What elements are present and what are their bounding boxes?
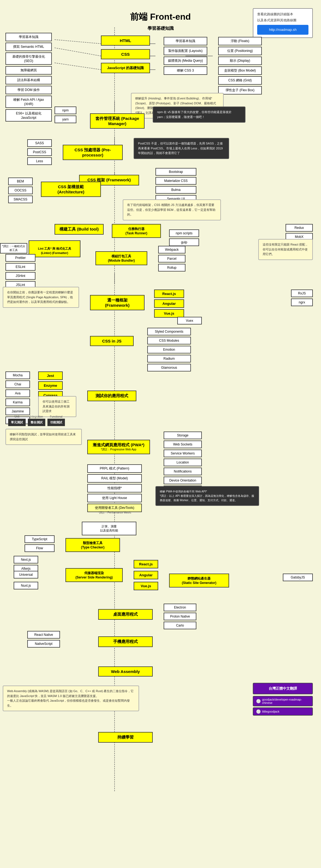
parcel-box: Parcel [158,255,185,262]
test-types-note: 瞭解不同類型的測試，並學習如何使用前述工具來撰寫這些測試 [5,429,82,445]
basic-item-0: 學習基本知識 [5,33,52,41]
electron-box: Electron [164,603,197,611]
basic-item-1: 撰寫 Semantic HTML [5,42,52,51]
test-note-text: 你可以使用這三個工具來滿足你的所有測試需求 [42,399,72,414]
pkg-manager-note: npm 在 v5 版後有了很大的改變，但有些功能還是落後於 yarn；沒那麼嚴重… [153,106,245,123]
pwa-label: 漸進式網頁應用程式 (PWA*) [92,442,145,448]
pkg-manager-box: 套件管理系統 (Package Manager) [90,113,145,129]
mobile-items-group: React Native NativeScript [27,631,60,648]
css-boxmodel-group: 浮動 (Floats) 位置 (Positioning) 顯示 (Display… [218,37,262,94]
translation-link-1[interactable]: ⚪ littlegoodjack [253,707,313,716]
wasm-box: Web Assembly [98,666,153,677]
typescript-box: TypeScript [25,535,55,543]
ava-box: Ava [5,390,30,397]
bundlers-group: Webpack Parcel Rollup [158,246,185,272]
location-box: Location [164,459,202,466]
glamorous-box: Glamorous [147,364,191,371]
storage-box: Storage [164,432,202,439]
vuejs-box: Vue.js [154,309,184,318]
css-frameworks-group: Bootstrap Materialize CSS Bulma Semantic… [155,168,197,203]
type-checker-label: 類型檢查工具 (Type Checker) [81,541,104,549]
basic-item-7: ES6+ 以及模組化 JavaScript [5,109,52,122]
emotion-box: Emotion [147,346,191,353]
basic-item-4: 語法和基本結構 [5,76,52,84]
ssr-box: 伺服器端渲染 (Server Side Rendering) [66,568,123,582]
redux-box: Redux [286,224,313,231]
keep-learning-box: 持續學習 [98,732,153,743]
state-note: 這些沒有限定只能跟 React 搭配，你可以在任何框架或應用程式中使用它們。 [258,239,313,260]
translation-link-text-1: littlegoodjack [262,710,280,713]
materialize-box: Materialize CSS [155,177,197,185]
css-flexbox: 彈性盒子 (Flex Box) [218,86,262,94]
github-icon-0: ⚪ [256,699,261,703]
css-display: 顯示 (Display) [218,57,262,65]
reactjs-box: React.js [154,289,184,298]
translation-label: 台灣正體中文翻譯 [253,683,313,694]
pwa-patterns-group: PRPL 模式 (Pattern) RAIL 模型 (Model) 性能指標* … [87,464,142,512]
eslint-box: ESLint [5,263,35,271]
test-tools-right-group: Jest Enzyme Cypress [38,371,63,400]
bulma-box: Bulma [155,186,197,194]
css-boxmodel: 盒狀模型 (Box Model) [218,66,262,75]
sass-box: SASS [27,139,52,147]
js-box: JavaScript 的基礎知識 [101,63,150,73]
less-box: Less [27,157,52,165]
react-native-box: React Native [27,631,60,639]
ssr-react-tools-group: Next.js Afterjs [14,556,38,572]
jest-box: Jest [38,371,63,380]
css-basics-group: 學習基本知識 製作版面配置 (Layouts) 媒體查詢 (Media Quer… [164,37,207,75]
css-arch-note: 有了現代前端框架，CSS 相關的 JS 方法越來越多，你其實不需要這些。但是，你… [123,199,221,220]
gulp-box: gulp [169,239,199,246]
state-note-text: 這些沒有限定只能跟 React 搭配，你可以在任何框架或應用程式中使用它們。 [263,242,309,257]
html-box: HTML [101,35,150,45]
svg-line-5 [55,48,101,56]
task-runners-group: npm scripts gulp [169,229,199,246]
functional-test-box: 功能測試 [47,419,65,426]
pkg-managers-group: npm yarn [55,106,76,123]
proton-native-box: Proton Native [164,613,197,620]
linter-note-label: *譯註：一種程式分析工具 [0,243,27,253]
prpl-box: PRPL 模式 (Pattern) [87,464,142,473]
vuex-box: Vuex [177,317,202,324]
carlo-box: Carlo [164,622,197,629]
web-sockets-box: Web Sockets [164,440,202,448]
karma-box: Karma [5,399,30,406]
roadmap-link[interactable]: http://roadmap.sh [257,25,309,34]
desktop-box: 桌面應用程式 [98,609,153,620]
pwa-api-note-text: 瞭解 PWA 中使用的各種不同 Web API* *譯註：以上 API 都需要去… [160,490,255,502]
calc-note-text: 計算、測量 以及提高性能 [84,524,134,533]
css-basic-0: 學習基本知識 [164,37,207,45]
mobile-box: 手機應用程式 [98,637,153,647]
linter-box: Lint 工具* 與 格式化工具 (Linter) (Formatter) [29,240,80,257]
bootstrap-box: Bootstrap [155,168,197,176]
basic-item-6: 瞭解 Fetch API / Ajax (XHR) [5,96,52,108]
test-types-note-text: 瞭解不同類型的測試，並學習如何使用前述工具來撰寫這些測試 [10,432,77,442]
css-in-js-items-group: Styled Components CSS Modules Emotion Ra… [147,328,191,371]
framework-box: 選一種框架 (Framework) [90,295,145,310]
wasm-note: Web Assembly (或稱為 WASM) 是從高階語言 (如 Go、C、C… [3,686,139,711]
device-orientation-box: Device Orientation [164,476,202,484]
github-icon-1: ⚪ [256,709,261,714]
page-wrapper: 查看此路線圖的詳細版本 以及各式資源和其他路線圖 http://roadmap.… [0,0,321,868]
rxjs-ngrx-group: RxJS ngrx [291,289,313,306]
type-checker-box: 類型檢查工具 (Type Checker) [66,538,120,552]
desktop-items-group: Electron Proton Native Carlo [164,603,197,629]
spa-note-text: 在你開始之前，你應該要有一定程度的瞭解什麼是單頁應用程式 (Single Pag… [7,290,75,305]
unit-label: Unit [14,415,20,418]
pwa-note-inline: *譯註：Progressive Web App [92,448,145,452]
pwa-box: 漸進式網頁應用程式 (PWA*) *譯註：Progressive Web App [87,440,150,454]
linter-note-text: *譯註：一種程式分析工具 [2,245,25,252]
rail-box: RAIL 模型 (Model) [87,474,142,483]
type-checkers-group: TypeScript Flow [25,535,55,552]
ssr-label: 伺服器端渲染 (Server Side Rendering) [76,571,113,579]
linter-label: Lint 工具* 與 格式化工具 (Linter) (Formatter) [38,247,71,254]
rollup-box: Rollup [158,264,185,272]
css-arch-group: BEM OOCSS SMACSS [8,178,33,203]
translation-link-0[interactable]: ⚪ goodjack/developer-roadmap-chinese [253,696,313,706]
prettier-box: Prettier [5,254,35,262]
ssg-box: 靜態網站產生器 (Static Site Generator) [169,574,229,588]
translation-link-text-0: goodjack/developer-roadmap-chinese [262,698,310,704]
webpack-box: Webpack [158,246,185,253]
test-types-group: Unit 單元測試 Integration 整合測試 Functional 功能… [8,415,65,426]
css-basic-1: 製作版面配置 (Layouts) [164,47,207,55]
